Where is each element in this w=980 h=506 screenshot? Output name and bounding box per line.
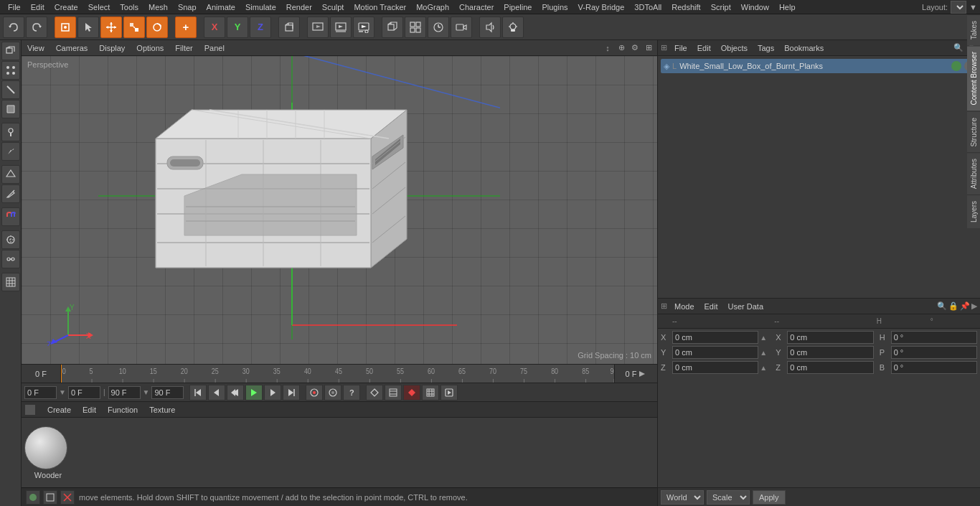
render-button[interactable] — [353, 17, 374, 38]
ls-knife-tool[interactable] — [1, 184, 20, 203]
vp-menu-panel[interactable]: Panel — [202, 44, 227, 52]
undo-button[interactable] — [3, 17, 24, 38]
viewport[interactable]: View Cameras Display Options Filter Pane… — [22, 40, 657, 364]
coord-y1-arrow[interactable]: ▲ — [760, 349, 771, 357]
menu-mograph[interactable]: MoGraph — [411, 0, 454, 14]
ls-snapping[interactable] — [1, 230, 20, 249]
mat-menu-create[interactable]: Create — [44, 406, 74, 414]
x-axis-button[interactable]: X — [204, 17, 225, 38]
ls-magnet-tool[interactable] — [1, 207, 20, 226]
material-sphere[interactable] — [24, 426, 67, 469]
vp-menu-display[interactable]: Display — [96, 44, 128, 52]
animate-button[interactable] — [428, 17, 449, 38]
ls-point-mode[interactable] — [1, 61, 20, 80]
coord-y1-pos-field[interactable] — [672, 346, 758, 359]
help-button[interactable]: ? — [343, 385, 360, 400]
render-viewport-button[interactable] — [307, 17, 329, 38]
menu-simulate[interactable]: Simulate — [240, 0, 281, 14]
light-icon-button[interactable] — [502, 17, 524, 38]
coord-z1-arrow[interactable]: ▲ — [760, 364, 771, 372]
ls-grid-tool[interactable] — [1, 273, 20, 291]
menu-help[interactable]: Help — [774, 0, 801, 14]
material-item[interactable]: Wooder — [24, 426, 72, 479]
ls-weld-tool[interactable] — [1, 250, 20, 268]
status-icon-2[interactable] — [43, 490, 57, 505]
menu-vray[interactable]: V-Ray Bridge — [573, 0, 630, 14]
stop-record-button[interactable] — [324, 385, 341, 400]
render-to-picture-button[interactable] — [330, 17, 352, 38]
redo-button[interactable] — [26, 17, 47, 38]
autokey-button[interactable] — [403, 385, 420, 400]
mat-menu-function[interactable]: Function — [105, 406, 141, 414]
y-axis-button[interactable]: Y — [227, 17, 248, 38]
play-reverse-button[interactable] — [227, 385, 244, 400]
camera-button[interactable] — [451, 17, 472, 38]
timeline[interactable]: 0 F 0 5 10 15 20 25 — [22, 364, 657, 383]
ls-paint-tool[interactable] — [1, 142, 20, 161]
vp-menu-view[interactable]: View — [24, 44, 47, 52]
obj-menu-bookmarks[interactable]: Bookmarks — [781, 44, 826, 52]
menu-snap[interactable]: Snap — [173, 0, 202, 14]
vp-icon-maximize[interactable]: ⊞ — [643, 42, 654, 54]
z-axis-button[interactable]: Z — [250, 17, 271, 38]
obj-row-main[interactable]: ◈ L White_Small_Low_Box_of_Burnt_Planks — [661, 59, 977, 73]
coord-x1-arrow[interactable]: ▲ — [760, 334, 771, 342]
sound-button[interactable] — [479, 17, 501, 38]
obj-search-icon[interactable]: 🔍 — [953, 42, 964, 54]
ls-edge-mode[interactable] — [1, 80, 20, 99]
play-button[interactable] — [245, 385, 263, 400]
attr-menu-edit[interactable]: Edit — [702, 302, 721, 311]
obj-menu-tags[interactable]: Tags — [755, 44, 777, 52]
coord-b-field[interactable] — [891, 361, 977, 374]
menu-tools[interactable]: Tools — [115, 0, 143, 14]
go-to-start-button[interactable] — [189, 385, 207, 400]
select-mode-button[interactable] — [77, 17, 99, 38]
menu-window[interactable]: Window — [736, 0, 774, 14]
start-frame-field2[interactable] — [68, 386, 100, 399]
menu-motion-tracker[interactable]: Motion Tracker — [349, 0, 411, 14]
plus-tool-button[interactable]: + — [175, 17, 197, 38]
prev-frame-button[interactable] — [208, 385, 225, 400]
coord-h-field[interactable] — [891, 331, 977, 344]
rotate-tool-button[interactable] — [146, 17, 168, 38]
attr-search-icon[interactable]: 🔍 — [937, 301, 947, 311]
ls-object-mode[interactable] — [1, 42, 20, 60]
coord-x2-size-field[interactable] — [787, 331, 873, 344]
ls-poly-mode[interactable] — [1, 100, 20, 118]
model-mode-button[interactable] — [55, 17, 76, 38]
scale-tool-button[interactable] — [123, 17, 145, 38]
coord-x1-pos-field[interactable] — [672, 331, 758, 344]
next-frame-button[interactable] — [264, 385, 281, 400]
ls-polygon-pen[interactable] — [1, 165, 20, 184]
menu-file[interactable]: File — [3, 0, 26, 14]
move-tool-button[interactable] — [100, 17, 122, 38]
menu-sculpt[interactable]: Sculpt — [317, 0, 349, 14]
coord-z2-size-field[interactable] — [787, 361, 873, 374]
vp-icon-move[interactable]: ↕ — [602, 42, 613, 54]
status-icon-1[interactable] — [26, 490, 40, 505]
record-button[interactable] — [306, 385, 323, 400]
view-panels-button[interactable] — [405, 17, 426, 38]
status-icon-close[interactable] — [60, 490, 75, 505]
ls-brush-tool[interactable] — [1, 123, 20, 141]
view-perspective-button[interactable] — [382, 17, 403, 38]
menu-select[interactable]: Select — [83, 0, 116, 14]
viewport-canvas[interactable]: Perspective — [22, 56, 657, 364]
vtab-attributes[interactable]: Attributes — [967, 152, 980, 195]
attr-menu-mode[interactable]: Mode — [672, 302, 697, 311]
go-to-end-button[interactable] — [283, 385, 300, 400]
coord-p-field[interactable] — [891, 346, 977, 359]
mat-menu-texture[interactable]: Texture — [146, 406, 178, 414]
vtab-layers[interactable]: Layers — [967, 195, 980, 228]
cube-object-button[interactable] — [278, 17, 300, 38]
menu-3dtoall[interactable]: 3DToAll — [629, 0, 666, 14]
scale-dropdown[interactable]: Scale — [707, 490, 750, 505]
vp-menu-filter[interactable]: Filter — [172, 44, 195, 52]
layout-arrow-icon[interactable]: ▼ — [969, 3, 977, 11]
vp-menu-cameras[interactable]: Cameras — [53, 44, 91, 52]
motion-button[interactable] — [385, 385, 402, 400]
mat-menu-edit[interactable]: Edit — [80, 406, 99, 414]
menu-create[interactable]: Create — [50, 0, 83, 14]
menu-mesh[interactable]: Mesh — [143, 0, 173, 14]
menu-render[interactable]: Render — [281, 0, 317, 14]
